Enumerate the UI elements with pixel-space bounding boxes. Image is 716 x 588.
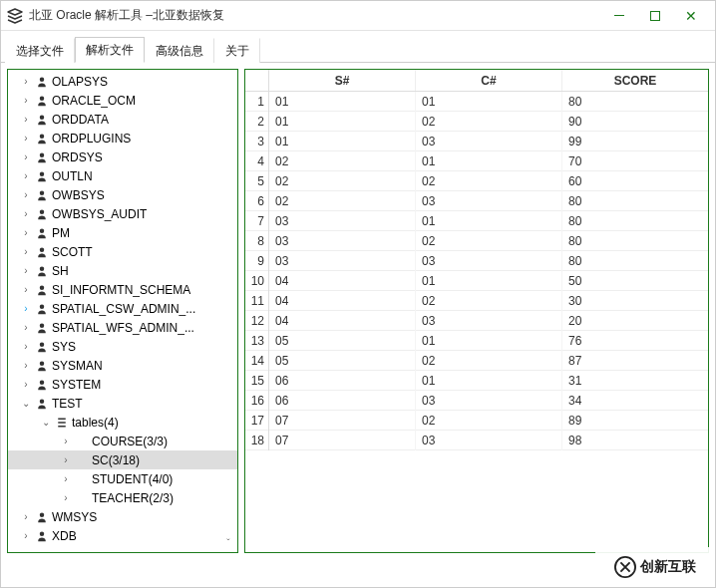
tree-item[interactable]: ›SYS — [8, 337, 237, 356]
close-button[interactable]: ✕ — [673, 2, 709, 30]
column-header[interactable]: S# — [269, 70, 416, 91]
expand-toggle-icon[interactable]: › — [18, 227, 34, 238]
expand-toggle-icon[interactable]: › — [18, 530, 34, 541]
table-row[interactable]: 11040230 — [245, 291, 708, 311]
tab-2[interactable]: 高级信息 — [145, 38, 214, 63]
table-row[interactable]: 13050176 — [245, 331, 708, 351]
cell: 30 — [562, 291, 708, 311]
expand-toggle-icon[interactable]: › — [18, 246, 34, 257]
tab-0[interactable]: 选择文件 — [5, 38, 75, 63]
tree-item[interactable]: ›SI_INFORMTN_SCHEMA — [8, 280, 237, 299]
table-row[interactable]: 9030380 — [245, 251, 708, 271]
tree-item[interactable]: ›OLAPSYS — [8, 72, 237, 91]
table-row[interactable]: 8030280 — [245, 231, 708, 251]
table-body[interactable]: 1010180201029030103994020170502026060203… — [245, 92, 708, 450]
cell: 01 — [416, 371, 562, 391]
tree-scroll-down-button[interactable]: ˇ — [221, 536, 235, 550]
expand-toggle-icon[interactable]: › — [18, 303, 34, 314]
expand-toggle-icon[interactable]: › — [18, 265, 34, 276]
tree-item[interactable]: ›OUTLN — [8, 166, 237, 185]
tree-item-label: OLAPSYS — [52, 75, 108, 89]
cell: 02 — [269, 191, 416, 211]
tab-bar: 选择文件解析文件高级信息关于 — [1, 37, 715, 63]
tree-item[interactable]: ›SYSTEM — [8, 375, 237, 394]
schema-tree[interactable]: ›OLAPSYS›ORACLE_OCM›ORDDATA›ORDPLUGINS›O… — [8, 70, 237, 552]
table-row[interactable]: 2010290 — [245, 112, 708, 132]
expand-toggle-icon[interactable]: › — [18, 511, 34, 522]
expand-toggle-icon[interactable]: › — [18, 341, 34, 352]
tree-item[interactable]: ⌄TEST — [8, 394, 237, 413]
tree-item[interactable]: ›XDB — [8, 526, 237, 545]
row-number: 7 — [245, 211, 269, 231]
window-title: 北亚 Oracle 解析工具 –北亚数据恢复 — [29, 7, 224, 24]
cell: 60 — [562, 171, 708, 191]
row-number: 14 — [245, 351, 269, 371]
table-row[interactable]: 12040320 — [245, 311, 708, 331]
tree-item-label: OUTLN — [52, 169, 93, 183]
column-header[interactable]: SCORE — [562, 70, 708, 91]
table-row[interactable]: 18070398 — [245, 431, 708, 450]
table-row[interactable]: 4020170 — [245, 151, 708, 171]
table-row[interactable]: 7030180 — [245, 211, 708, 231]
tree-item[interactable]: ›OWBSYS_AUDIT — [8, 204, 237, 223]
expand-toggle-icon[interactable]: › — [18, 379, 34, 390]
expand-toggle-icon[interactable]: › — [18, 114, 34, 125]
expand-toggle-icon[interactable]: › — [18, 170, 34, 181]
tree-item[interactable]: ›SCOTT — [8, 242, 237, 261]
table-row[interactable]: 16060334 — [245, 391, 708, 411]
user-icon — [34, 301, 50, 317]
expand-toggle-icon[interactable]: ⌄ — [18, 398, 34, 409]
table-row[interactable]: 3010399 — [245, 132, 708, 151]
cell: 89 — [562, 411, 708, 431]
tree-item[interactable]: ›COURSE(3/3) — [8, 432, 237, 450]
tree-item[interactable]: ›SC(3/18) — [8, 450, 237, 469]
user-icon — [34, 339, 50, 355]
table-row[interactable]: 5020260 — [245, 171, 708, 191]
expand-toggle-icon[interactable]: › — [18, 76, 34, 87]
tree-item[interactable]: ›SPATIAL_CSW_ADMIN_... — [8, 299, 237, 318]
expand-toggle-icon[interactable]: › — [58, 436, 74, 446]
tree-item[interactable]: ›SH — [8, 261, 237, 280]
maximize-button[interactable] — [637, 2, 673, 30]
expand-toggle-icon[interactable]: › — [18, 208, 34, 219]
expand-toggle-icon[interactable]: › — [58, 473, 74, 484]
table-row[interactable]: 6020380 — [245, 191, 708, 211]
expand-toggle-icon[interactable]: › — [18, 322, 34, 333]
tree-item[interactable]: ›STUDENT(4/0) — [8, 469, 237, 488]
tree-item[interactable]: ›SPATIAL_WFS_ADMIN_... — [8, 318, 237, 337]
expand-toggle-icon[interactable]: › — [18, 189, 34, 200]
tree-item-label: SPATIAL_WFS_ADMIN_... — [52, 321, 194, 335]
user-icon — [34, 168, 50, 184]
tab-1[interactable]: 解析文件 — [75, 37, 145, 63]
table-row[interactable]: 1010180 — [245, 92, 708, 112]
expand-toggle-icon[interactable]: › — [58, 492, 74, 503]
table-row[interactable]: 10040150 — [245, 271, 708, 291]
expand-toggle-icon[interactable]: › — [18, 95, 34, 106]
tree-item[interactable]: ›PM — [8, 223, 237, 242]
tree-item[interactable]: ›OWBSYS — [8, 185, 237, 204]
table-row[interactable]: 15060131 — [245, 371, 708, 391]
tree-item[interactable]: ⌄tables(4) — [8, 413, 237, 432]
table-row[interactable]: 17070289 — [245, 411, 708, 431]
expand-toggle-icon[interactable]: › — [18, 151, 34, 162]
tab-3[interactable]: 关于 — [214, 38, 260, 63]
cell: 05 — [269, 331, 416, 351]
expand-toggle-icon[interactable]: › — [58, 454, 74, 465]
tree-item[interactable]: ›ORDPLUGINS — [8, 129, 237, 147]
expand-toggle-icon[interactable]: ⌄ — [38, 417, 54, 428]
column-header[interactable]: C# — [416, 70, 562, 91]
expand-toggle-icon[interactable]: › — [18, 284, 34, 295]
user-icon — [34, 263, 50, 279]
table-row[interactable]: 14050287 — [245, 351, 708, 371]
cell: 02 — [416, 351, 562, 371]
tree-item[interactable]: ›ORDSYS — [8, 147, 237, 166]
tree-item[interactable]: ›ORDDATA — [8, 110, 237, 129]
expand-toggle-icon[interactable]: › — [18, 360, 34, 371]
tree-item[interactable]: ›ORACLE_OCM — [8, 91, 237, 110]
minimize-button[interactable] — [601, 2, 637, 30]
tree-item[interactable]: ›WMSYS — [8, 507, 237, 526]
tree-item-label: ORDSYS — [52, 150, 103, 164]
expand-toggle-icon[interactable]: › — [18, 133, 34, 144]
tree-item[interactable]: ›SYSMAN — [8, 356, 237, 375]
tree-item[interactable]: ›TEACHER(2/3) — [8, 488, 237, 507]
